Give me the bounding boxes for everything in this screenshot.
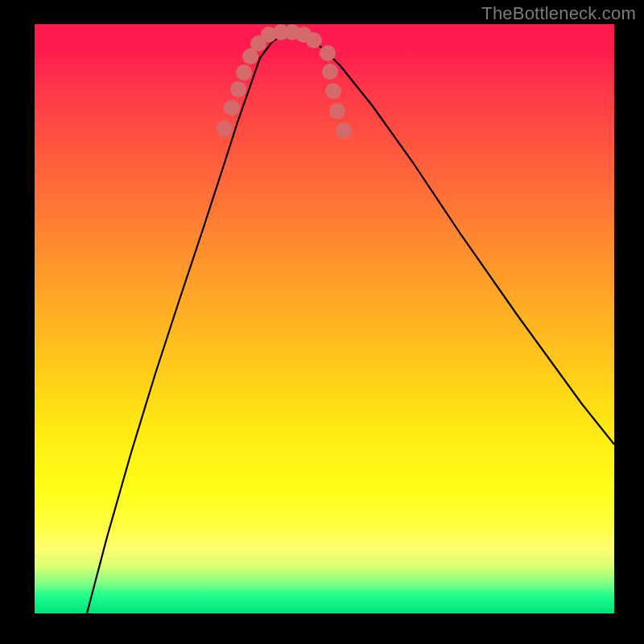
curve-marker (329, 103, 345, 119)
curve-marker (217, 121, 233, 137)
chart-stage: TheBottleneck.com (0, 0, 644, 644)
curve-marker (230, 81, 246, 97)
curve-marker (336, 122, 352, 138)
watermark-text: TheBottleneck.com (481, 3, 636, 24)
curve-marker (236, 64, 252, 80)
curve-marker (320, 45, 336, 61)
curve-marker (322, 64, 338, 80)
curve-marker (224, 100, 240, 116)
curve-marker (250, 35, 266, 52)
bottleneck-curve (87, 34, 614, 613)
curve-marker (325, 83, 341, 99)
curve-marker (242, 48, 258, 64)
curve-marker (273, 24, 289, 40)
curve-marker (306, 32, 322, 48)
markers-group (217, 24, 352, 138)
curve-marker (261, 27, 277, 43)
curve-svg (35, 24, 614, 613)
curve-marker (295, 27, 312, 43)
plot-area (35, 24, 614, 613)
curve-marker (284, 24, 300, 40)
